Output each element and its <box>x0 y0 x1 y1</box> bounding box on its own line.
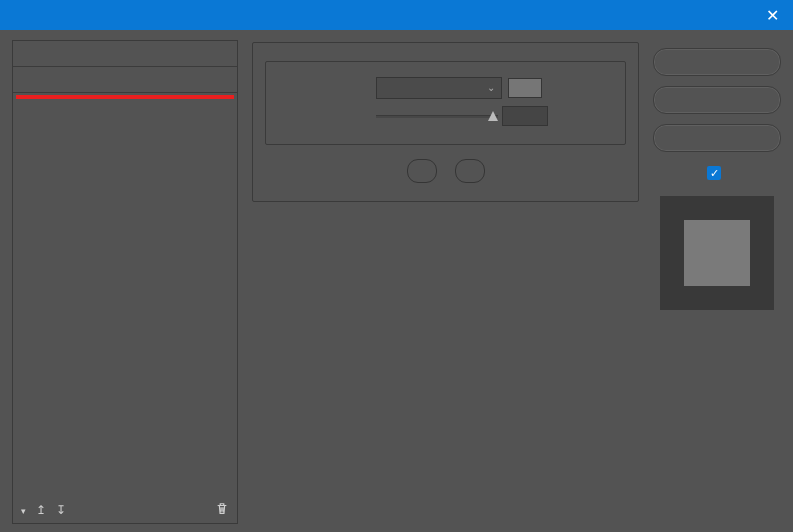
overlay-group-highlight <box>16 95 234 99</box>
arrow-up-icon[interactable]: ↥ <box>36 503 46 517</box>
opacity-slider[interactable] <box>376 110 498 122</box>
arrow-down-icon[interactable]: ↧ <box>56 503 66 517</box>
styles-bottom-bar: ▾ ↥ ↧ <box>13 497 237 523</box>
preview-checkbox[interactable]: ✓ <box>707 166 721 180</box>
opacity-row <box>280 102 611 130</box>
color-overlay-fieldset: ⌄ <box>252 42 639 202</box>
fx-icon[interactable]: ▾ <box>21 503 26 517</box>
color-swatch[interactable] <box>508 78 542 98</box>
slider-handle-icon[interactable] <box>488 111 498 121</box>
default-buttons <box>265 159 626 183</box>
title-bar: ✕ <box>0 0 793 30</box>
trash-icon[interactable] <box>215 502 229 519</box>
right-buttons: ✓ <box>653 40 781 524</box>
cancel-button[interactable] <box>653 86 781 114</box>
opacity-input[interactable] <box>502 106 548 126</box>
close-button[interactable]: ✕ <box>751 0 793 30</box>
ok-button[interactable] <box>653 48 781 76</box>
make-default-button[interactable] <box>407 159 437 183</box>
styles-list: ▾ ↥ ↧ <box>12 40 238 524</box>
reset-default-button[interactable] <box>455 159 485 183</box>
dialog-body: ▾ ↥ ↧ ⌄ <box>0 30 793 532</box>
close-icon: ✕ <box>766 6 779 25</box>
new-style-button[interactable] <box>653 124 781 152</box>
preview-swatch <box>684 220 750 286</box>
blend-mode-row: ⌄ <box>280 74 611 102</box>
blending-options[interactable] <box>13 67 237 93</box>
chevron-down-icon: ⌄ <box>487 78 495 98</box>
preview-row[interactable]: ✓ <box>653 166 781 180</box>
options-panel: ⌄ <box>252 40 639 524</box>
styles-header <box>13 41 237 67</box>
preview-box <box>660 196 774 310</box>
color-subfield: ⌄ <box>265 61 626 145</box>
blend-mode-select[interactable]: ⌄ <box>376 77 502 99</box>
